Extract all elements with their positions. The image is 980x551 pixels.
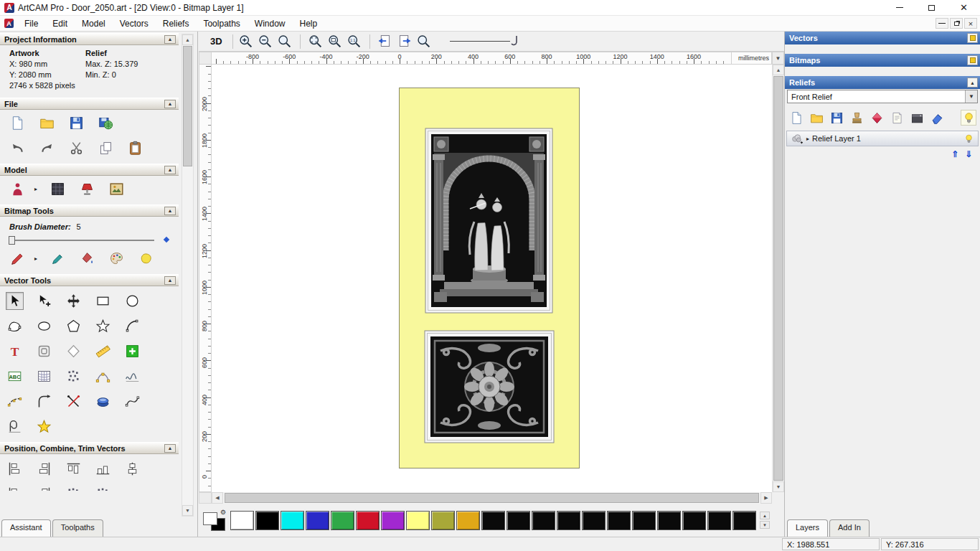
edit-colours-icon[interactable] xyxy=(137,250,155,268)
section-profile-icon[interactable] xyxy=(6,418,24,435)
minimize-button[interactable] xyxy=(883,0,915,15)
top-relief-image[interactable] xyxy=(425,128,552,313)
node-editing-icon[interactable] xyxy=(35,292,53,310)
array-copy-icon[interactable] xyxy=(65,485,83,491)
palette-swatch-9[interactable] xyxy=(456,511,480,530)
create-polyline-icon[interactable] xyxy=(6,317,24,335)
close-button[interactable]: ✕ xyxy=(948,0,980,15)
dropdown-arrow-icon[interactable]: ▼ xyxy=(965,90,977,103)
relief-library-icon[interactable] xyxy=(909,110,925,126)
scrollbar-thumb[interactable] xyxy=(183,46,192,166)
undo-icon[interactable] xyxy=(9,139,27,157)
create-arc-icon[interactable] xyxy=(123,317,141,335)
menu-window[interactable]: Window xyxy=(248,16,293,31)
palette-swatch-17[interactable] xyxy=(657,511,681,530)
relief-select-dropdown[interactable]: Front Relief ▼ xyxy=(787,90,978,103)
vertical-scrollbar-thumb[interactable] xyxy=(773,76,783,481)
layer-expander-icon[interactable]: ▸ xyxy=(806,136,809,142)
model-header[interactable]: Model ▲ xyxy=(0,164,179,176)
zoom-ratio-icon[interactable] xyxy=(346,33,363,50)
scroll-left-icon[interactable]: ◀ xyxy=(212,492,223,504)
zoom-page-icon[interactable] xyxy=(326,33,344,50)
palette-swatch-16[interactable] xyxy=(632,511,656,530)
maximize-button[interactable] xyxy=(915,0,948,15)
palette-swatch-7[interactable] xyxy=(406,511,430,530)
menu-vectors[interactable]: Vectors xyxy=(113,16,156,31)
save-model-icon[interactable] xyxy=(67,114,85,132)
create-rectangle-icon[interactable] xyxy=(94,292,112,310)
transform-vectors-icon[interactable] xyxy=(65,292,83,310)
join-curves-icon[interactable] xyxy=(123,392,141,410)
horizontal-scrollbar[interactable] xyxy=(223,492,760,504)
toggle-relief-visibility-icon[interactable] xyxy=(961,110,976,126)
palette-swatch-4[interactable] xyxy=(331,511,354,530)
tab-add-in[interactable]: Add In xyxy=(829,519,870,537)
weld-vectors-icon[interactable] xyxy=(35,485,53,491)
palette-swatch-14[interactable] xyxy=(582,511,606,530)
assistant-scrollbar[interactable]: ▲ ▼ xyxy=(182,34,194,517)
palette-swatch-1[interactable] xyxy=(255,511,279,530)
align-right-icon[interactable] xyxy=(35,460,53,478)
scroll-up-icon[interactable]: ▲ xyxy=(773,65,784,75)
import-export-model-icon[interactable] xyxy=(97,114,115,132)
draw-tool-icon[interactable] xyxy=(49,250,67,268)
menu-file[interactable]: File xyxy=(17,16,45,31)
reliefs-rollup-button[interactable]: ▲ xyxy=(967,77,978,88)
combine-vectors-icon[interactable] xyxy=(6,485,24,491)
create-polygon-icon[interactable] xyxy=(65,317,83,335)
line-width-slider[interactable] xyxy=(450,34,520,49)
position-tools-header[interactable]: Position, Combine, Trim Vectors ▲ xyxy=(0,442,179,454)
paint-brush-flyout-icon[interactable]: ▸ xyxy=(34,255,37,262)
palette-scroll-up-icon[interactable]: ▲ xyxy=(760,512,770,519)
palette-swatch-5[interactable] xyxy=(356,511,380,530)
open-relief-icon[interactable] xyxy=(809,110,824,126)
nesting-icon[interactable] xyxy=(123,485,141,491)
mdi-restore-button[interactable] xyxy=(950,18,963,29)
create-star-icon[interactable] xyxy=(94,317,112,335)
colour-palette-icon[interactable] xyxy=(108,250,126,268)
palette-swatch-11[interactable] xyxy=(507,511,530,530)
vertical-scrollbar[interactable]: ▲ ▼ xyxy=(772,65,784,492)
create-text-icon[interactable] xyxy=(6,342,24,360)
model-lighting-icon[interactable] xyxy=(78,180,96,198)
copy-icon[interactable] xyxy=(97,139,115,157)
measure-tool-icon[interactable] xyxy=(94,342,112,360)
paste-array-icon[interactable] xyxy=(65,367,83,385)
relief-clipart-icon[interactable] xyxy=(849,110,864,126)
mdi-close-button[interactable]: × xyxy=(964,18,977,29)
vector-layers-icon[interactable] xyxy=(94,392,112,410)
file-header[interactable]: File ▲ xyxy=(0,98,179,110)
free-curve-icon[interactable] xyxy=(123,367,141,385)
scatter-copy-icon[interactable] xyxy=(94,485,112,491)
menu-reliefs[interactable]: Reliefs xyxy=(156,16,197,31)
door-artwork[interactable] xyxy=(399,88,580,468)
preview-relief-icon[interactable] xyxy=(415,33,433,50)
reliefs-panel-header[interactable]: Reliefs ▲ xyxy=(785,76,980,89)
fillet-tool-icon[interactable] xyxy=(35,392,53,410)
menu-model[interactable]: Model xyxy=(75,16,113,31)
smooth-relief-icon[interactable] xyxy=(929,110,945,126)
align-centre-icon[interactable] xyxy=(123,460,141,478)
palette-swatch-10[interactable] xyxy=(481,511,505,530)
new-model-icon[interactable] xyxy=(9,114,27,132)
pan-left-icon[interactable] xyxy=(377,33,394,50)
tab-toolpaths[interactable]: Toolpaths xyxy=(52,519,103,537)
rollup-icon[interactable]: ▲ xyxy=(164,207,176,215)
cut-icon[interactable] xyxy=(67,139,85,157)
save-relief-icon[interactable] xyxy=(829,110,844,126)
bottom-relief-image[interactable] xyxy=(425,331,554,443)
paint-brush-icon[interactable] xyxy=(9,250,27,268)
create-circle-icon[interactable] xyxy=(123,292,141,310)
zoom-objects-icon[interactable] xyxy=(307,33,324,50)
zoom-out-icon[interactable] xyxy=(257,33,274,50)
menu-toolpaths[interactable]: Toolpaths xyxy=(196,16,247,31)
align-bottom-icon[interactable] xyxy=(94,460,112,478)
link-colours-icon[interactable]: ⚙ xyxy=(220,509,226,516)
load-bitmap-image-icon[interactable] xyxy=(108,180,126,198)
scroll-right-icon[interactable]: ▶ xyxy=(760,492,772,504)
bitmaps-rolldown-button[interactable] xyxy=(967,55,978,65)
delete-relief-icon[interactable] xyxy=(869,110,885,126)
star-wizard-icon[interactable] xyxy=(35,418,53,435)
rollup-icon[interactable]: ▲ xyxy=(164,35,176,44)
rollup-icon[interactable]: ▲ xyxy=(164,276,176,285)
